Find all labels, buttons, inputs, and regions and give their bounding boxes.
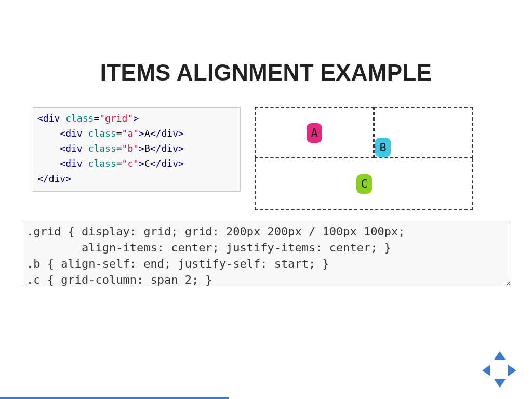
slide-title: ITEMS ALIGNMENT EXAMPLE — [0, 60, 532, 86]
nav-left-icon[interactable] — [482, 365, 490, 376]
grid-item-a: A — [307, 123, 322, 143]
grid-demo: A B C — [255, 107, 473, 210]
slide: ITEMS ALIGNMENT EXAMPLE <div class="grid… — [0, 0, 532, 399]
html-code-line-3: <div class="b">B</div> — [37, 141, 236, 156]
slide-nav — [481, 351, 517, 388]
nav-up-icon[interactable] — [494, 351, 506, 360]
css-code-block[interactable]: .grid { display: grid; grid: 200px 200px… — [23, 221, 511, 286]
progress-bar — [0, 397, 229, 399]
grid-item-b: B — [375, 138, 391, 157]
nav-down-icon[interactable] — [494, 379, 506, 388]
html-code-line-4: <div class="c">C</div> — [37, 156, 236, 171]
html-code-line-5: </div> — [37, 171, 236, 186]
html-code-line-2: <div class="a">A</div> — [37, 126, 236, 141]
html-code-line-1: <div class="grid"> — [37, 111, 236, 126]
grid-item-c: C — [356, 174, 372, 194]
nav-right-icon[interactable] — [508, 365, 516, 376]
html-code-block: <div class="grid"> <div class="a">A</div… — [33, 107, 241, 192]
